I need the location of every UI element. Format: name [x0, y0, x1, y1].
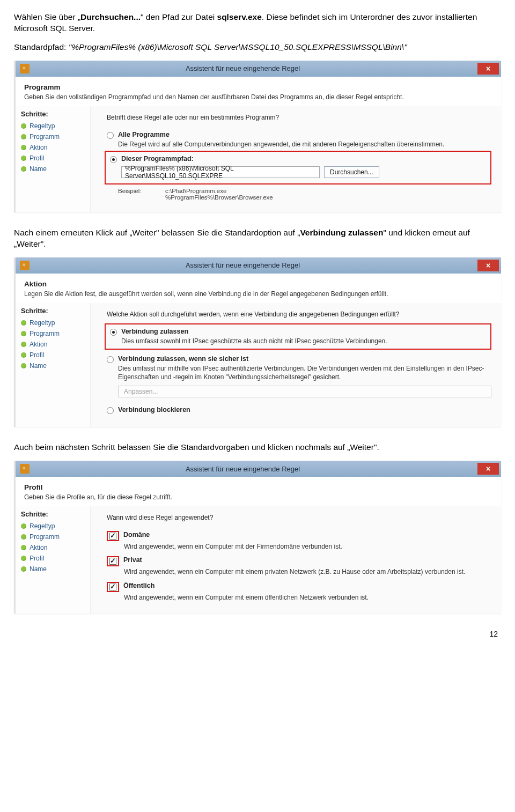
content-pane: Wann wird diese Regel angewendet? Domäne… [91, 506, 501, 614]
example-label: Beispiel: [118, 188, 150, 201]
close-button[interactable]: × [477, 463, 499, 475]
browse-button[interactable]: Durchsuchen... [324, 166, 379, 178]
bullet-icon [21, 566, 26, 572]
check-label: Domäne [123, 531, 150, 538]
radio-icon[interactable] [110, 329, 117, 336]
step-label: Name [30, 565, 47, 573]
step-regeltyp[interactable]: Regeltyp [21, 319, 87, 327]
page-header: Profil Geben Sie die Profile an, für die… [16, 477, 501, 506]
doc-paragraph-4: Auch beim nächsten Schritt belassen Sie … [14, 442, 501, 453]
step-profil[interactable]: Profil [21, 555, 87, 562]
step-programm[interactable]: Programm [21, 533, 87, 541]
checkbox-icon[interactable] [109, 533, 116, 540]
check-description: Wird angewendet, wenn ein Computer mit e… [124, 593, 491, 602]
option-description: Dies umfasst nur mithilfe von IPsec auth… [118, 364, 491, 381]
shield-icon [20, 261, 30, 270]
titlebar: Assistent für neue eingehende Regel × [16, 461, 501, 477]
radio-icon[interactable] [107, 132, 114, 139]
std-path-label: Standardpfad: [14, 42, 69, 51]
bold-verbindung-zulassen: Verbindung zulassen [300, 228, 383, 237]
bold-durchsuchen: Durchsuchen... [80, 12, 141, 21]
radio-icon[interactable] [107, 407, 114, 414]
option-description: Die Regel wird auf alle Computerverbindu… [118, 140, 491, 149]
option-all-programs[interactable]: Alle Programme [107, 131, 491, 139]
bullet-icon [21, 534, 26, 540]
shield-icon [20, 464, 30, 474]
doc-paragraph-1: Wählen Sie über „Durchsuchen..." den Pfa… [14, 12, 501, 34]
bullet-icon [21, 123, 26, 129]
step-aktion[interactable]: Aktion [21, 144, 87, 151]
highlight-box: Verbindung zulassen Dies umfasst sowohl … [105, 323, 491, 350]
check-description: Wird angewendet, wenn ein Computer mit d… [124, 542, 491, 551]
wizard-window-aktion: Assistent für neue eingehende Regel × Ak… [14, 257, 501, 427]
step-label: Programm [30, 330, 60, 337]
radio-icon[interactable] [110, 156, 117, 163]
check-privat[interactable]: Privat [107, 556, 491, 566]
bullet-icon [21, 523, 26, 529]
page-number: 12 [14, 630, 501, 638]
doc-paragraph-3: Nach einem erneuten Klick auf „Weiter" b… [14, 227, 501, 250]
highlight-box: Dieser Programmpfad: %ProgramFiles% (x86… [105, 151, 491, 184]
option-label: Verbindung zulassen, wenn sie sicher ist [118, 355, 248, 363]
steps-title: Schritte: [21, 110, 87, 118]
check-description: Wird angewendet, wenn ein Computer mit e… [124, 567, 491, 576]
prompt-text: Betrifft diese Regel alle oder nur ein b… [107, 114, 491, 121]
page-header: Aktion Legen Sie die Aktion fest, die au… [16, 274, 501, 303]
prompt-text: Wann wird diese Regel angewendet? [107, 514, 491, 521]
option-allow-connection[interactable]: Verbindung zulassen [110, 328, 486, 336]
step-aktion[interactable]: Aktion [21, 544, 87, 551]
step-name[interactable]: Name [21, 165, 87, 173]
page-subtitle: Geben Sie den vollständigen Programmpfad… [24, 93, 492, 101]
step-label: Programm [30, 533, 60, 541]
check-oeffentlich[interactable]: Öffentlich [107, 582, 491, 592]
program-path-input[interactable]: %ProgramFiles% (x86)\Microsoft SQL Serve… [121, 166, 320, 178]
bullet-icon [21, 145, 26, 150]
step-label: Regeltyp [30, 522, 55, 530]
radio-icon[interactable] [107, 356, 114, 363]
step-regeltyp[interactable]: Regeltyp [21, 522, 87, 530]
step-regeltyp[interactable]: Regeltyp [21, 122, 87, 130]
example-path-2: %ProgramFiles%\Browser\Browser.exe [165, 194, 273, 201]
example-row: Beispiel: c:\Pfad\Programm.exe %ProgramF… [118, 188, 491, 201]
step-label: Profil [30, 351, 44, 359]
option-allow-if-secure[interactable]: Verbindung zulassen, wenn sie sicher ist [107, 355, 491, 363]
window-title: Assistent für neue eingehende Regel [30, 64, 477, 72]
example-path-1: c:\Pfad\Programm.exe [165, 188, 273, 194]
step-label: Name [30, 165, 47, 173]
close-button[interactable]: × [477, 260, 499, 271]
steps-sidebar: Schritte: Regeltyp Programm Aktion Profi… [16, 106, 91, 212]
bullet-icon [21, 320, 26, 326]
checkbox-icon[interactable] [109, 584, 116, 590]
step-aktion[interactable]: Aktion [21, 341, 87, 348]
steps-title: Schritte: [21, 511, 87, 518]
checkbox-icon[interactable] [109, 558, 116, 565]
check-label: Privat [123, 556, 142, 564]
page-title: Profil [24, 483, 492, 491]
close-button[interactable]: × [477, 63, 499, 75]
step-label: Aktion [30, 341, 47, 348]
step-profil[interactable]: Profil [21, 154, 87, 162]
highlight-box [107, 531, 119, 541]
step-programm[interactable]: Programm [21, 330, 87, 337]
content-pane: Welche Aktion soll durchgeführt werden, … [91, 303, 501, 427]
steps-title: Schritte: [21, 307, 87, 315]
option-program-path[interactable]: Dieser Programmpfad: [110, 155, 486, 163]
step-profil[interactable]: Profil [21, 351, 87, 359]
titlebar: Assistent für neue eingehende Regel × [16, 61, 501, 77]
highlight-box [107, 556, 119, 566]
step-programm[interactable]: Programm [21, 133, 87, 141]
step-label: Aktion [30, 144, 47, 151]
option-label: Dieser Programmpfad: [121, 155, 194, 163]
check-domaene[interactable]: Domäne [107, 531, 491, 541]
step-label: Name [30, 362, 47, 370]
bullet-icon [21, 134, 26, 139]
bullet-icon [21, 156, 26, 161]
p3a: Nach einem erneuten Klick auf „Weiter" b… [14, 228, 300, 237]
step-name[interactable]: Name [21, 565, 87, 573]
shield-icon [20, 64, 30, 73]
bullet-icon [21, 556, 26, 561]
wizard-window-programm: Assistent für neue eingehende Regel × Pr… [14, 61, 501, 212]
step-label: Programm [30, 133, 60, 141]
step-name[interactable]: Name [21, 362, 87, 370]
option-block-connection[interactable]: Verbindung blockieren [107, 406, 491, 414]
